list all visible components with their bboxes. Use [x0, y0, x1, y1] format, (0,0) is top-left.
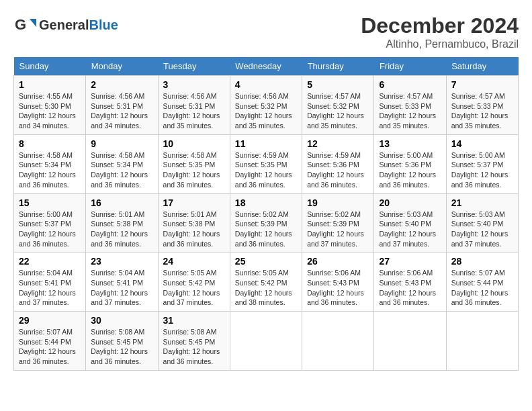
calendar-cell: 11Sunrise: 4:59 AMSunset: 5:35 PMDayligh…: [230, 134, 302, 193]
logo: G GeneralBlue: [13, 13, 118, 36]
calendar-cell: 10Sunrise: 4:58 AMSunset: 5:35 PMDayligh…: [158, 134, 230, 193]
day-info: Sunrise: 4:56 AMSunset: 5:32 PMDaylight:…: [235, 91, 297, 131]
calendar-body: 1Sunrise: 4:55 AMSunset: 5:30 PMDaylight…: [14, 76, 519, 371]
day-number: 11: [235, 138, 297, 149]
day-info: Sunrise: 5:06 AMSunset: 5:43 PMDaylight:…: [307, 268, 369, 308]
calendar-cell: 22Sunrise: 5:04 AMSunset: 5:41 PMDayligh…: [14, 253, 86, 312]
day-info: Sunrise: 5:06 AMSunset: 5:43 PMDaylight:…: [379, 268, 441, 308]
day-number: 20: [379, 197, 441, 208]
day-info: Sunrise: 4:57 AMSunset: 5:33 PMDaylight:…: [451, 91, 513, 131]
logo-blue: Blue: [89, 17, 118, 32]
day-info: Sunrise: 5:05 AMSunset: 5:42 PMDaylight:…: [163, 268, 225, 308]
title-area: December 2024 Altinho, Pernambuco, Brazi…: [361, 13, 519, 50]
calendar-cell: 9Sunrise: 4:58 AMSunset: 5:34 PMDaylight…: [86, 134, 158, 193]
day-number: 23: [91, 256, 152, 267]
day-info: Sunrise: 5:02 AMSunset: 5:39 PMDaylight:…: [235, 210, 297, 249]
calendar-cell: 2Sunrise: 4:56 AMSunset: 5:31 PMDaylight…: [86, 76, 158, 135]
day-info: Sunrise: 4:56 AMSunset: 5:31 PMDaylight:…: [163, 91, 225, 131]
calendar-cell: [302, 312, 374, 371]
header-cell-monday: Monday: [86, 57, 158, 76]
header: G GeneralBlue December 2024 Altinho, Per…: [13, 13, 519, 50]
header-cell-thursday: Thursday: [302, 57, 374, 76]
calendar-cell: 7Sunrise: 4:57 AMSunset: 5:33 PMDaylight…: [446, 76, 518, 135]
logo-icon: G: [13, 13, 36, 36]
calendar-cell: 27Sunrise: 5:06 AMSunset: 5:43 PMDayligh…: [374, 253, 446, 312]
day-number: 6: [379, 79, 441, 90]
day-info: Sunrise: 4:57 AMSunset: 5:32 PMDaylight:…: [307, 91, 369, 131]
day-number: 1: [19, 79, 81, 90]
day-number: 25: [235, 256, 297, 267]
day-info: Sunrise: 5:02 AMSunset: 5:39 PMDaylight:…: [307, 210, 369, 249]
day-number: 14: [451, 138, 513, 149]
day-number: 29: [19, 315, 81, 326]
calendar-week-2: 8Sunrise: 4:58 AMSunset: 5:34 PMDaylight…: [14, 134, 519, 193]
calendar-cell: 12Sunrise: 4:59 AMSunset: 5:36 PMDayligh…: [302, 134, 374, 193]
day-number: 4: [235, 79, 297, 90]
logo-general: General: [39, 17, 89, 32]
day-info: Sunrise: 5:00 AMSunset: 5:36 PMDaylight:…: [379, 150, 441, 190]
svg-text:G: G: [15, 16, 26, 33]
day-number: 24: [163, 256, 225, 267]
calendar-cell: 15Sunrise: 5:00 AMSunset: 5:37 PMDayligh…: [14, 193, 86, 253]
calendar-cell: 25Sunrise: 5:05 AMSunset: 5:42 PMDayligh…: [230, 253, 302, 312]
day-number: 26: [307, 256, 369, 267]
day-info: Sunrise: 5:00 AMSunset: 5:37 PMDaylight:…: [451, 150, 513, 190]
day-info: Sunrise: 4:59 AMSunset: 5:35 PMDaylight:…: [235, 150, 297, 190]
day-number: 30: [91, 315, 152, 326]
calendar-cell: 13Sunrise: 5:00 AMSunset: 5:36 PMDayligh…: [374, 134, 446, 193]
day-info: Sunrise: 4:56 AMSunset: 5:31 PMDaylight:…: [91, 91, 152, 131]
calendar-cell: [374, 312, 446, 371]
calendar-cell: 23Sunrise: 5:04 AMSunset: 5:41 PMDayligh…: [86, 253, 158, 312]
calendar-cell: 31Sunrise: 5:08 AMSunset: 5:45 PMDayligh…: [158, 312, 230, 371]
day-info: Sunrise: 5:04 AMSunset: 5:41 PMDaylight:…: [19, 268, 81, 308]
day-number: 15: [19, 197, 81, 208]
day-info: Sunrise: 4:57 AMSunset: 5:33 PMDaylight:…: [379, 91, 441, 131]
header-cell-wednesday: Wednesday: [230, 57, 302, 76]
calendar-cell: 20Sunrise: 5:03 AMSunset: 5:40 PMDayligh…: [374, 193, 446, 253]
day-info: Sunrise: 5:04 AMSunset: 5:41 PMDaylight:…: [91, 268, 152, 308]
day-number: 12: [307, 138, 369, 149]
day-info: Sunrise: 5:05 AMSunset: 5:42 PMDaylight:…: [235, 268, 297, 308]
header-cell-sunday: Sunday: [14, 57, 86, 76]
calendar-cell: 19Sunrise: 5:02 AMSunset: 5:39 PMDayligh…: [302, 193, 374, 253]
header-cell-friday: Friday: [374, 57, 446, 76]
day-info: Sunrise: 5:08 AMSunset: 5:45 PMDaylight:…: [163, 327, 225, 367]
calendar-table: SundayMondayTuesdayWednesdayThursdayFrid…: [13, 57, 519, 371]
calendar-cell: 1Sunrise: 4:55 AMSunset: 5:30 PMDaylight…: [14, 76, 86, 135]
calendar-cell: 6Sunrise: 4:57 AMSunset: 5:33 PMDaylight…: [374, 76, 446, 135]
day-number: 13: [379, 138, 441, 149]
day-number: 9: [91, 138, 152, 149]
calendar-cell: 24Sunrise: 5:05 AMSunset: 5:42 PMDayligh…: [158, 253, 230, 312]
day-info: Sunrise: 5:08 AMSunset: 5:45 PMDaylight:…: [91, 327, 152, 367]
calendar-cell: 5Sunrise: 4:57 AMSunset: 5:32 PMDaylight…: [302, 76, 374, 135]
calendar-cell: 28Sunrise: 5:07 AMSunset: 5:44 PMDayligh…: [446, 253, 518, 312]
day-number: 10: [163, 138, 225, 149]
month-title: December 2024: [361, 13, 519, 38]
calendar-cell: 16Sunrise: 5:01 AMSunset: 5:38 PMDayligh…: [86, 193, 158, 253]
day-number: 22: [19, 256, 81, 267]
calendar-cell: 30Sunrise: 5:08 AMSunset: 5:45 PMDayligh…: [86, 312, 158, 371]
calendar-cell: 26Sunrise: 5:06 AMSunset: 5:43 PMDayligh…: [302, 253, 374, 312]
header-cell-saturday: Saturday: [446, 57, 518, 76]
day-info: Sunrise: 4:58 AMSunset: 5:35 PMDaylight:…: [163, 150, 225, 190]
day-info: Sunrise: 5:07 AMSunset: 5:44 PMDaylight:…: [19, 327, 81, 367]
day-number: 21: [451, 197, 513, 208]
calendar-cell: [446, 312, 518, 371]
day-number: 2: [91, 79, 152, 90]
svg-marker-1: [30, 19, 36, 27]
day-info: Sunrise: 5:00 AMSunset: 5:37 PMDaylight:…: [19, 210, 81, 249]
calendar-cell: 18Sunrise: 5:02 AMSunset: 5:39 PMDayligh…: [230, 193, 302, 253]
calendar-week-5: 29Sunrise: 5:07 AMSunset: 5:44 PMDayligh…: [14, 312, 519, 371]
day-number: 28: [451, 256, 513, 267]
day-number: 8: [19, 138, 81, 149]
calendar-week-3: 15Sunrise: 5:00 AMSunset: 5:37 PMDayligh…: [14, 193, 519, 253]
calendar-cell: 8Sunrise: 4:58 AMSunset: 5:34 PMDaylight…: [14, 134, 86, 193]
day-info: Sunrise: 4:59 AMSunset: 5:36 PMDaylight:…: [307, 150, 369, 190]
day-number: 7: [451, 79, 513, 90]
calendar-cell: 4Sunrise: 4:56 AMSunset: 5:32 PMDaylight…: [230, 76, 302, 135]
header-cell-tuesday: Tuesday: [158, 57, 230, 76]
day-info: Sunrise: 4:58 AMSunset: 5:34 PMDaylight:…: [91, 150, 152, 190]
day-number: 16: [91, 197, 152, 208]
calendar-header-row: SundayMondayTuesdayWednesdayThursdayFrid…: [14, 57, 519, 76]
day-info: Sunrise: 5:03 AMSunset: 5:40 PMDaylight:…: [451, 210, 513, 249]
